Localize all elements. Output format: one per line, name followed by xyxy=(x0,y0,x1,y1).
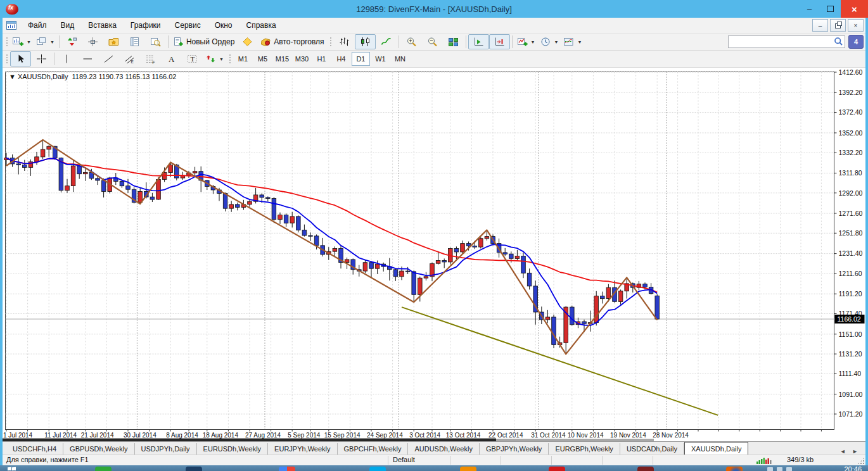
new-order-button[interactable]: Новый Ордер xyxy=(170,34,237,49)
mdi-minimize-button[interactable]: – xyxy=(812,19,828,32)
profiles-button[interactable]: ▼ xyxy=(34,34,57,49)
tabs-scroll-right-icon[interactable]: ► xyxy=(852,448,860,455)
chart-tab-eurusdh[interactable]: EURUSDh,Weekly xyxy=(197,443,269,455)
chart-h-scrollbar[interactable] xyxy=(3,439,654,442)
chevron-down-icon[interactable]: ▼ xyxy=(577,40,582,44)
chart-tab-gbpusdh[interactable]: GBPUSDh,Weekly xyxy=(63,443,135,455)
toolbar-grip[interactable] xyxy=(329,36,332,47)
chart-tab-usdchfh[interactable]: USDCHFh,H4 xyxy=(6,443,63,455)
auto-scroll-button[interactable] xyxy=(468,34,489,49)
mdi-close-button[interactable]: × xyxy=(848,19,864,32)
taskbar-app-chrome[interactable] xyxy=(279,467,295,471)
navigator-button[interactable] xyxy=(103,34,124,49)
crosshair-button[interactable] xyxy=(31,51,52,66)
text-button[interactable]: A xyxy=(161,51,182,66)
new-chart-button[interactable]: ▼ xyxy=(10,34,34,49)
menu-справка[interactable]: Справка xyxy=(239,19,283,32)
cursor-button[interactable] xyxy=(10,51,31,66)
horizontal-line-button[interactable] xyxy=(77,51,98,66)
chart-tab-eurjpyh[interactable]: EURJPYh,Weekly xyxy=(268,443,337,455)
terminal-button[interactable] xyxy=(124,34,145,49)
chart-tab-gbpjpyh[interactable]: GBPJPYh,Weekly xyxy=(480,443,549,455)
search-icon[interactable] xyxy=(834,37,843,49)
menu-вид[interactable]: Вид xyxy=(54,19,82,32)
indicators-button[interactable]: ▼ xyxy=(514,34,538,49)
window-close-button[interactable]: × xyxy=(841,0,868,18)
chart-grid xyxy=(6,72,834,430)
window-minimize-button[interactable]: – xyxy=(799,0,820,18)
tray-icons[interactable] xyxy=(767,467,792,471)
chevron-down-icon[interactable]: ▼ xyxy=(531,40,535,44)
taskbar-app-green[interactable] xyxy=(95,467,112,471)
periods-button[interactable]: ▼ xyxy=(538,34,561,49)
community-button[interactable]: 4 xyxy=(848,35,864,49)
trendline-button[interactable] xyxy=(98,51,119,66)
tile-windows-button[interactable] xyxy=(443,34,464,49)
toolbar-grip[interactable] xyxy=(5,36,8,47)
autotrading-button[interactable]: Авто-торговля xyxy=(258,34,326,49)
timeframe-d1[interactable]: D1 xyxy=(352,52,370,66)
chart-tab-usdcadh[interactable]: USDCADh,Daily xyxy=(620,443,684,455)
timeframe-w1[interactable]: W1 xyxy=(371,52,390,66)
taskbar-app-firefox[interactable] xyxy=(726,467,743,471)
candle-chart-button[interactable] xyxy=(355,34,376,49)
chart-window-icon[interactable] xyxy=(6,20,17,30)
chart-tab-eurgbph[interactable]: EURGBPh,Weekly xyxy=(549,443,620,455)
resize-grip[interactable] xyxy=(857,457,865,465)
market-watch-button[interactable] xyxy=(61,34,82,49)
channel-icon: E xyxy=(124,54,135,64)
taskbar-app-darkred[interactable] xyxy=(637,467,654,471)
timeframe-h4[interactable]: H4 xyxy=(332,52,350,66)
status-profile[interactable]: Default xyxy=(393,456,447,463)
search-input[interactable] xyxy=(728,35,845,48)
timeframe-m15[interactable]: M15 xyxy=(273,52,291,66)
chevron-down-icon[interactable]: ▼ xyxy=(219,57,224,61)
chevron-down-icon[interactable]: ▼ xyxy=(27,40,31,44)
vertical-line-button[interactable] xyxy=(56,51,77,66)
status-bar: Для справки, нажмите F1 Default 349/3 kb xyxy=(3,455,865,465)
chart-tab-usdjpyh[interactable]: USDJPYh,Daily xyxy=(135,443,197,455)
taskbar-app-navy[interactable] xyxy=(186,467,202,471)
taskbar-app-orange[interactable] xyxy=(460,467,476,471)
taskbar-app-skype[interactable] xyxy=(369,467,386,471)
chart-tab-xauusdh[interactable]: XAUUSDh,Daily xyxy=(684,442,748,455)
menu-файл[interactable]: Файл xyxy=(21,19,54,32)
bar-chart-button[interactable] xyxy=(334,34,355,49)
svg-text:30 Jul 2014: 30 Jul 2014 xyxy=(124,432,156,439)
arrows-button[interactable]: ▼ xyxy=(203,51,226,66)
timeframe-h1[interactable]: H1 xyxy=(312,52,331,66)
timeframe-m30[interactable]: M30 xyxy=(293,52,311,66)
menu-вставка[interactable]: Вставка xyxy=(81,19,124,32)
channel-button[interactable]: E xyxy=(119,51,140,66)
menu-окно[interactable]: Окно xyxy=(208,19,239,32)
strategy-tester-button[interactable] xyxy=(145,34,166,49)
mdi-restore-button[interactable] xyxy=(830,19,846,32)
taskbar-app-gear-red[interactable] xyxy=(549,467,565,471)
start-button[interactable] xyxy=(8,467,17,471)
line-chart-button[interactable] xyxy=(376,34,397,49)
svg-text:11 Jul 2014: 11 Jul 2014 xyxy=(44,432,77,439)
fibonacci-button[interactable]: F xyxy=(140,51,161,66)
text-label-button[interactable]: T xyxy=(182,51,203,66)
timeframe-m5[interactable]: M5 xyxy=(253,52,272,66)
menu-сервис[interactable]: Сервис xyxy=(168,19,208,32)
templates-button[interactable]: ▼ xyxy=(561,34,584,49)
svg-text:1372.40: 1372.40 xyxy=(839,108,863,116)
tabs-scroll-left-icon[interactable]: ◄ xyxy=(840,448,848,455)
zoom-out-button[interactable] xyxy=(422,34,443,49)
toolbar-grip[interactable] xyxy=(5,53,8,65)
chevron-down-icon[interactable]: ▼ xyxy=(50,40,54,44)
menu-графики[interactable]: Графики xyxy=(124,19,168,32)
chart-tab-audusdh[interactable]: AUDUSDh,Weekly xyxy=(408,443,480,455)
timeframe-m1[interactable]: M1 xyxy=(234,52,252,66)
data-window-button[interactable] xyxy=(82,34,103,49)
toolbar-grip[interactable] xyxy=(228,53,231,65)
chart-tab-gbpchfh[interactable]: GBPCHFh,Weekly xyxy=(338,443,409,455)
chevron-down-icon[interactable]: ▼ xyxy=(554,40,559,44)
chart-shift-button[interactable] xyxy=(489,34,510,49)
zoom-in-button[interactable] xyxy=(401,34,422,49)
timeframe-mn[interactable]: MN xyxy=(391,52,409,66)
window-maximize-button[interactable] xyxy=(820,0,841,18)
price-chart[interactable]: 1412.601392.201372.401352.001332.201311.… xyxy=(3,68,865,441)
metaeditor-button[interactable] xyxy=(237,34,258,49)
